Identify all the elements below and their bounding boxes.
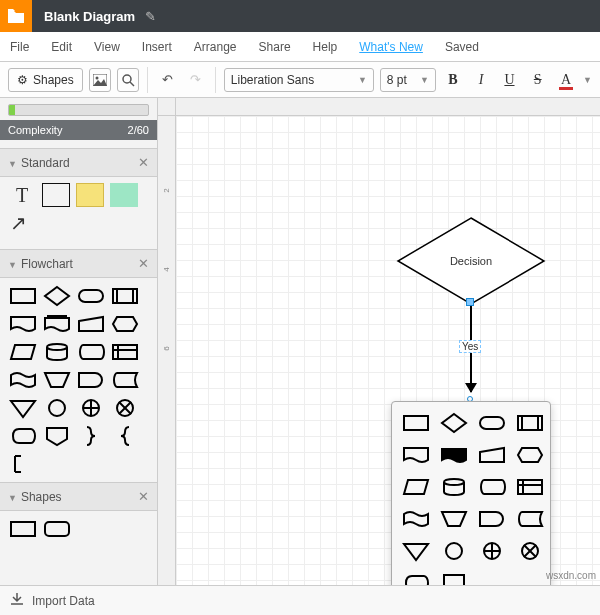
database-shape[interactable] bbox=[438, 474, 470, 500]
off-page-shape[interactable] bbox=[438, 570, 470, 585]
document-title[interactable]: Blank Diagram bbox=[44, 9, 135, 24]
close-icon[interactable]: ✕ bbox=[138, 256, 149, 271]
gear-icon: ⚙ bbox=[17, 73, 28, 87]
svg-marker-36 bbox=[480, 448, 504, 462]
canvas[interactable]: Decision Yes bbox=[176, 116, 600, 585]
manual-input-shape[interactable] bbox=[476, 442, 508, 468]
shapes-button[interactable]: ⚙ Shapes bbox=[8, 68, 83, 92]
underline-button[interactable]: U bbox=[498, 68, 520, 92]
display-shape[interactable] bbox=[400, 570, 432, 585]
bold-button[interactable]: B bbox=[442, 68, 464, 92]
note-shape[interactable] bbox=[8, 452, 38, 476]
database-shape[interactable] bbox=[42, 340, 72, 364]
manual-op-shape[interactable] bbox=[42, 368, 72, 392]
complexity-meter: Complexity 2/60 bbox=[0, 98, 157, 148]
preparation-shape[interactable] bbox=[514, 442, 546, 468]
rename-icon[interactable]: ✎ bbox=[145, 9, 156, 24]
display-shape[interactable] bbox=[8, 424, 38, 448]
svg-rect-32 bbox=[480, 417, 504, 429]
svg-rect-40 bbox=[518, 480, 542, 494]
multidoc-shape[interactable] bbox=[42, 312, 72, 336]
merge-shape[interactable] bbox=[8, 396, 38, 420]
predefined-shape[interactable] bbox=[514, 410, 546, 436]
arrowhead-icon bbox=[465, 383, 477, 393]
strike-button[interactable]: S bbox=[527, 68, 549, 92]
menu-view[interactable]: View bbox=[94, 40, 120, 54]
note-shape[interactable] bbox=[76, 183, 104, 207]
close-icon[interactable]: ✕ bbox=[138, 489, 149, 504]
direct-data-shape[interactable] bbox=[476, 474, 508, 500]
merge-shape[interactable] bbox=[400, 538, 432, 564]
font-color-button[interactable]: A bbox=[555, 68, 577, 92]
edge-label[interactable]: Yes bbox=[459, 340, 481, 353]
ruler-vertical[interactable]: 2 4 6 bbox=[158, 116, 176, 585]
close-icon[interactable]: ✕ bbox=[138, 155, 149, 170]
undo-icon[interactable]: ↶ bbox=[156, 68, 178, 92]
italic-button[interactable]: I bbox=[470, 68, 492, 92]
direct-data-shape[interactable] bbox=[76, 340, 106, 364]
block-shape[interactable] bbox=[110, 183, 138, 207]
process-shape[interactable] bbox=[8, 517, 38, 541]
arrow-shape[interactable] bbox=[8, 213, 36, 237]
brace-left-shape[interactable] bbox=[110, 424, 140, 448]
menu-help[interactable]: Help bbox=[313, 40, 338, 54]
multidoc-shape[interactable] bbox=[438, 442, 470, 468]
data-shape[interactable] bbox=[8, 340, 38, 364]
data-shape[interactable] bbox=[400, 474, 432, 500]
manual-input-shape[interactable] bbox=[76, 312, 106, 336]
text-shape[interactable]: T bbox=[8, 183, 36, 207]
triangle-down-icon: ▼ bbox=[8, 159, 17, 169]
svg-rect-28 bbox=[45, 522, 69, 536]
or-shape[interactable] bbox=[76, 396, 106, 420]
menu-whats-new[interactable]: What's New bbox=[359, 40, 423, 54]
connector-shape[interactable] bbox=[42, 396, 72, 420]
folder-icon[interactable] bbox=[0, 0, 32, 32]
sum-junction-shape[interactable] bbox=[110, 396, 140, 420]
import-data-button[interactable]: Import Data bbox=[0, 585, 600, 615]
off-page-shape[interactable] bbox=[42, 424, 72, 448]
decision-shape[interactable] bbox=[438, 410, 470, 436]
panel-standard-header[interactable]: ▼Standard ✕ bbox=[0, 148, 157, 177]
rounded-shape[interactable] bbox=[42, 517, 72, 541]
menu-insert[interactable]: Insert bbox=[142, 40, 172, 54]
process-shape[interactable] bbox=[400, 410, 432, 436]
menu-arrange[interactable]: Arrange bbox=[194, 40, 237, 54]
document-shape[interactable] bbox=[8, 312, 38, 336]
delay-shape[interactable] bbox=[476, 506, 508, 532]
internal-storage-shape[interactable] bbox=[514, 474, 546, 500]
process-shape[interactable] bbox=[8, 284, 38, 308]
rect-shape[interactable] bbox=[42, 183, 70, 207]
menu-share[interactable]: Share bbox=[259, 40, 291, 54]
terminator-shape[interactable] bbox=[76, 284, 106, 308]
decision-node[interactable]: Decision bbox=[396, 216, 546, 306]
stored-data-shape[interactable] bbox=[110, 368, 140, 392]
image-icon[interactable] bbox=[89, 68, 111, 92]
edge-handle[interactable] bbox=[466, 298, 474, 306]
ruler-horizontal[interactable] bbox=[176, 98, 600, 116]
manual-op-shape[interactable] bbox=[438, 506, 470, 532]
brace-right-shape[interactable] bbox=[76, 424, 106, 448]
connector-shape[interactable] bbox=[438, 538, 470, 564]
document-shape[interactable] bbox=[400, 442, 432, 468]
menu-edit[interactable]: Edit bbox=[51, 40, 72, 54]
chevron-down-icon[interactable]: ▼ bbox=[583, 75, 592, 85]
redo-icon[interactable]: ↷ bbox=[185, 68, 207, 92]
paper-tape-shape[interactable] bbox=[400, 506, 432, 532]
menu-file[interactable]: File bbox=[10, 40, 29, 54]
panel-shapes-header[interactable]: ▼Shapes ✕ bbox=[0, 482, 157, 511]
search-icon[interactable] bbox=[117, 68, 139, 92]
internal-storage-shape[interactable] bbox=[110, 340, 140, 364]
stored-data-shape[interactable] bbox=[514, 506, 546, 532]
sum-junction-shape[interactable] bbox=[514, 538, 546, 564]
preparation-shape[interactable] bbox=[110, 312, 140, 336]
delay-shape[interactable] bbox=[76, 368, 106, 392]
predefined-shape[interactable] bbox=[110, 284, 140, 308]
or-shape[interactable] bbox=[476, 538, 508, 564]
terminator-shape[interactable] bbox=[476, 410, 508, 436]
font-size-select[interactable]: 8 pt ▼ bbox=[380, 68, 436, 92]
panel-flowchart-header[interactable]: ▼Flowchart ✕ bbox=[0, 249, 157, 278]
paper-tape-shape[interactable] bbox=[8, 368, 38, 392]
font-select[interactable]: Liberation Sans ▼ bbox=[224, 68, 374, 92]
decision-label: Decision bbox=[450, 255, 492, 267]
decision-shape[interactable] bbox=[42, 284, 72, 308]
